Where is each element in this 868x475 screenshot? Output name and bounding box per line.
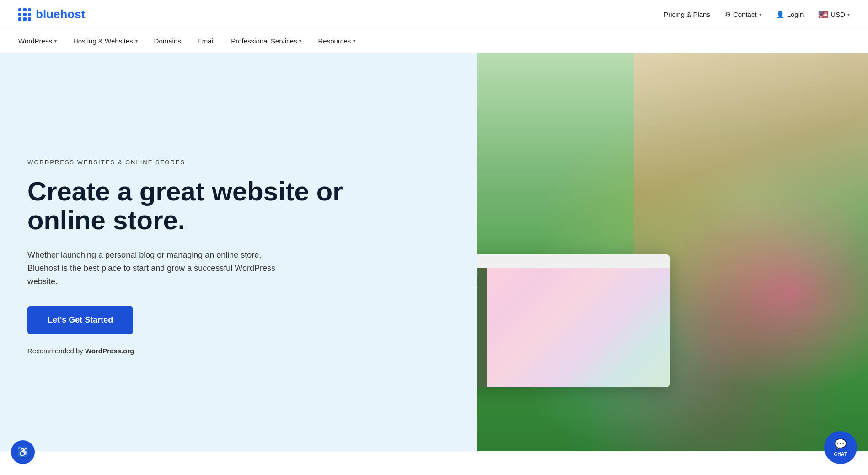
logo-area[interactable]: bluehost	[18, 7, 85, 22]
hero-section: WORDPRESS WEBSITES & ONLINE STORES Creat…	[0, 53, 868, 451]
sidebar-nav-products: Products	[477, 306, 487, 314]
nav-item-resources[interactable]: Resources ▾	[310, 29, 364, 53]
professional-services-chevron-icon: ▾	[299, 38, 301, 43]
login-link[interactable]: 👤 Login	[776, 11, 804, 19]
nav-label-email: Email	[198, 37, 215, 45]
nav-label-wordpress: WordPress	[18, 37, 52, 45]
pricing-plans-link[interactable]: Pricing & Plans	[664, 11, 710, 18]
hero-headline: Create a great website oronline store.	[27, 177, 450, 235]
hero-body-text: Whether launching a personal blog or man…	[27, 248, 284, 288]
recommended-bold: WordPress.org	[85, 347, 134, 355]
nav-label-resources: Resources	[318, 37, 351, 45]
nav-label-hosting: Hosting & Websites	[73, 37, 133, 45]
nav-item-professional-services[interactable]: Professional Services ▾	[223, 29, 310, 53]
contact-link[interactable]: ⚙ Contact ▾	[725, 11, 761, 19]
contact-chevron-icon: ▾	[759, 12, 761, 17]
browser-titlebar	[477, 254, 670, 268]
logo-grid-icon	[18, 8, 31, 21]
browser-sidebar: Flora Home Products About Contact	[477, 268, 487, 387]
browser-content	[487, 268, 670, 387]
recommended-prefix: Recommended by	[27, 347, 85, 355]
currency-label: USD	[830, 11, 845, 18]
flora-logo-box: Flora	[477, 274, 478, 288]
user-icon: 👤	[776, 11, 785, 19]
sidebar-nav-home: Home	[477, 296, 487, 304]
pricing-plans-label: Pricing & Plans	[664, 11, 710, 18]
browser-body: Flora Home Products About Contact	[477, 268, 670, 387]
hosting-chevron-icon: ▾	[135, 38, 138, 43]
contact-label: Contact	[733, 11, 757, 18]
sidebar-nav-about: About	[477, 316, 487, 324]
browser-content-image	[487, 268, 670, 387]
nav-item-wordpress[interactable]: WordPress ▾	[18, 29, 65, 53]
contact-icon: ⚙	[725, 11, 731, 19]
accessibility-icon: ♿	[17, 446, 29, 451]
nav-item-hosting[interactable]: Hosting & Websites ▾	[65, 29, 146, 53]
cta-button[interactable]: Let's Get Started	[27, 306, 133, 334]
hero-left: WORDPRESS WEBSITES & ONLINE STORES Creat…	[0, 53, 477, 451]
hero-headline-text: Create a great website oronline store.	[27, 176, 343, 235]
person-overlay	[634, 53, 868, 451]
wordpress-chevron-icon: ▾	[54, 38, 57, 43]
flag-icon: 🇺🇸	[818, 10, 828, 20]
main-navigation: WordPress ▾ Hosting & Websites ▾ Domains…	[0, 29, 868, 53]
top-right-nav: Pricing & Plans ⚙ Contact ▾ 👤 Login 🇺🇸 U…	[664, 10, 850, 20]
nav-label-domains: Domains	[154, 37, 181, 45]
nav-item-domains[interactable]: Domains	[146, 29, 189, 53]
currency-chevron-icon: ▾	[847, 12, 850, 17]
sidebar-nav-contact: Contact	[477, 326, 487, 334]
nav-label-professional-services: Professional Services	[231, 37, 297, 45]
login-label: Login	[787, 11, 804, 18]
top-navigation: bluehost Pricing & Plans ⚙ Contact ▾ 👤 L…	[0, 0, 868, 29]
nav-item-email[interactable]: Email	[189, 29, 223, 53]
hero-eyebrow: WORDPRESS WEBSITES & ONLINE STORES	[27, 159, 450, 166]
chat-icon: 💬	[834, 438, 847, 450]
hero-right: Flora Home Products About Contact	[477, 53, 868, 451]
recommended-text: Recommended by WordPress.org	[27, 347, 450, 355]
brand-name: bluehost	[36, 7, 85, 22]
browser-mockup: Flora Home Products About Contact	[477, 254, 670, 387]
currency-selector[interactable]: 🇺🇸 USD ▾	[818, 10, 850, 20]
resources-chevron-icon: ▾	[353, 38, 355, 43]
